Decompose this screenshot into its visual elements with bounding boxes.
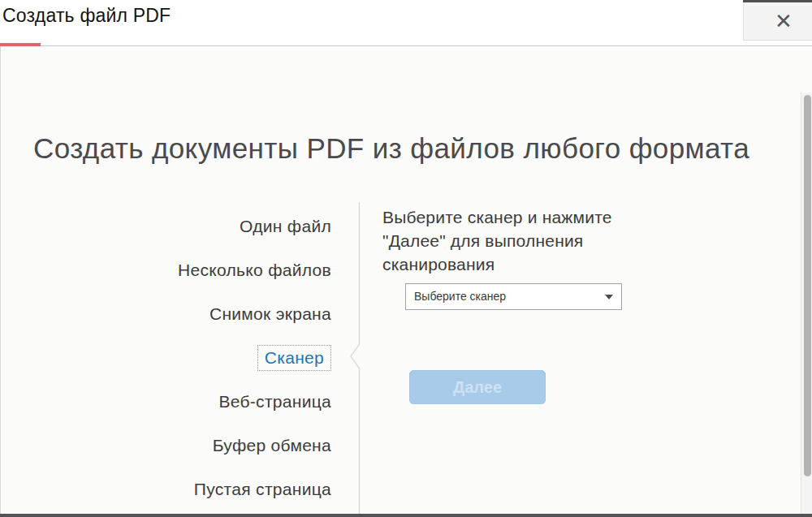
close-button[interactable]: ✕ [767, 7, 800, 35]
menu-item-multiple-files[interactable]: Несколько файлов [1, 248, 331, 292]
creation-type-menu: Один файл Несколько файлов Снимок экрана… [1, 205, 331, 511]
create-pdf-dialog: Создать файл PDF ✕ Создать документы PDF… [0, 0, 812, 517]
scrollbar-thumb[interactable] [804, 95, 811, 476]
chevron-down-icon [605, 295, 613, 299]
menu-item-screenshot[interactable]: Снимок экрана [1, 292, 331, 336]
next-button[interactable]: Далее [409, 370, 546, 404]
selected-menu-item-box: Сканер [257, 345, 331, 371]
menu-item-clipboard[interactable]: Буфер обмена [1, 424, 331, 467]
dialog-heading: Создать документы PDF из файлов любого ф… [33, 132, 780, 165]
scanner-select-dropdown[interactable]: Выберите сканер [405, 283, 622, 310]
menu-item-web-page[interactable]: Веб-страница [1, 380, 331, 424]
scanner-instruction-text: Выберите сканер и нажмите "Далее" для вы… [382, 205, 630, 276]
close-icon: ✕ [775, 9, 793, 33]
menu-item-blank-page[interactable]: Пустая страница [1, 467, 331, 511]
window-bottom-bar [0, 514, 812, 517]
menu-panel-divider [350, 202, 366, 517]
scrollbar-track[interactable] [801, 93, 812, 517]
window-edge-strip [743, 0, 812, 2]
menu-item-scanner[interactable]: Сканер [1, 336, 331, 380]
titlebar: Создать файл PDF ✕ [0, 0, 812, 45]
menu-item-single-file[interactable]: Один файл [1, 205, 331, 248]
window-title: Создать файл PDF [2, 5, 171, 27]
dialog-body: Создать документы PDF из файлов любого ф… [0, 46, 812, 514]
scanner-select-value: Выберите сканер [414, 284, 506, 309]
